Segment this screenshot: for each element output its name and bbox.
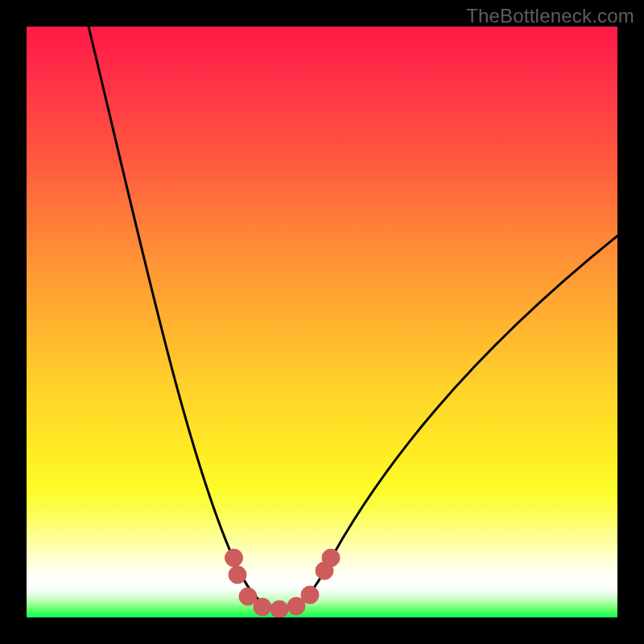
curve-marker — [229, 566, 246, 584]
curve-marker — [322, 549, 340, 567]
curve-marker — [254, 598, 271, 616]
curve-marker — [301, 586, 319, 604]
curve-marker — [239, 588, 257, 605]
curve-marker — [270, 601, 288, 617]
chart-frame: TheBottleneck.com — [0, 0, 644, 644]
chart-svg — [27, 27, 617, 617]
plot-area — [27, 27, 617, 617]
curve-marker — [225, 549, 243, 567]
bottleneck-curve — [89, 27, 617, 609]
marker-group — [225, 549, 341, 617]
watermark-text: TheBottleneck.com — [466, 5, 634, 27]
